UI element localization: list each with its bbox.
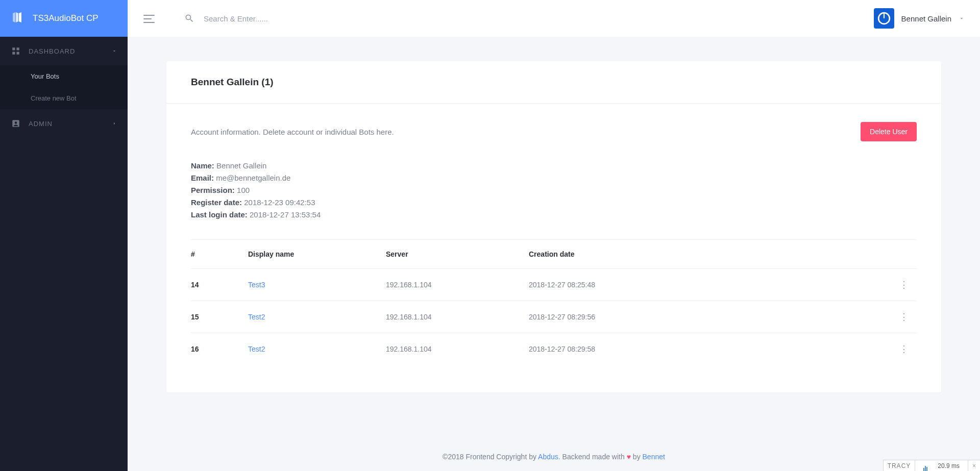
topbar: Bennet Gallein	[128, 0, 980, 37]
avatar	[874, 8, 894, 29]
sidebar-item-dashboard[interactable]: DASHBOARD	[0, 37, 128, 65]
row-menu-icon[interactable]: ⋮	[897, 344, 911, 354]
main-content: Bennet Gallein (1) Account information. …	[128, 37, 980, 471]
cell-server: 192.168.1.104	[380, 333, 523, 365]
footer: ©2018 Frontend Copyright by Abdus. Backe…	[128, 442, 980, 471]
svg-rect-2	[12, 52, 15, 55]
tracy-time[interactable]: 20.9 ms	[915, 460, 968, 471]
svg-rect-0	[12, 47, 15, 50]
svg-point-5	[15, 121, 17, 124]
cell-name: Test2	[242, 333, 380, 365]
col-server: Server	[380, 240, 523, 269]
cell-name: Test3	[242, 269, 380, 301]
menu-toggle[interactable]	[143, 12, 156, 24]
sidebar-item-label: ADMIN	[29, 120, 53, 128]
table-row: 15Test2192.168.1.1042018-12-27 08:29:56⋮	[191, 301, 917, 333]
bot-link[interactable]: Test3	[248, 281, 265, 289]
brand-bar[interactable]: TS3AudioBot CP	[0, 0, 128, 37]
logo-icon	[11, 11, 23, 26]
row-menu-icon[interactable]: ⋮	[897, 280, 911, 290]
table-row: 14Test3192.168.1.1042018-12-27 08:25:48⋮	[191, 269, 917, 301]
tracy-close[interactable]: ×	[968, 460, 980, 471]
footer-link-bennet[interactable]: Bennet	[643, 453, 665, 461]
cell-id: 14	[191, 269, 242, 301]
col-id: #	[191, 240, 242, 269]
cell-name: Test2	[242, 301, 380, 333]
bot-link[interactable]: Test2	[248, 345, 265, 353]
bars-icon	[919, 460, 932, 471]
card: Bennet Gallein (1) Account information. …	[166, 61, 941, 392]
account-info: Name: Bennet Gallein Email: me@bennetgal…	[191, 160, 917, 221]
search-input[interactable]	[204, 14, 357, 23]
tracy-label: TRACY	[884, 460, 916, 471]
col-date: Creation date	[523, 240, 891, 269]
heart-icon: ♥	[627, 453, 631, 461]
footer-link-abdus[interactable]: Abdus	[538, 453, 558, 461]
sidebar-item-your-bots[interactable]: Your Bots	[0, 65, 128, 87]
chevron-down-icon	[111, 48, 117, 54]
cell-date: 2018-12-27 08:29:56	[523, 301, 891, 333]
bot-link[interactable]: Test2	[248, 313, 265, 321]
col-name: Display name	[242, 240, 380, 269]
table-row: 16Test2192.168.1.1042018-12-27 08:29:58⋮	[191, 333, 917, 365]
bots-table: # Display name Server Creation date 14Te…	[191, 239, 917, 365]
caret-down-icon	[959, 15, 965, 21]
search-icon	[184, 13, 194, 23]
cell-id: 15	[191, 301, 242, 333]
person-box-icon	[11, 119, 20, 128]
cell-date: 2018-12-27 08:29:58	[523, 333, 891, 365]
sidebar-item-create-bot[interactable]: Create new Bot	[0, 87, 128, 109]
brand-title: TS3AudioBot CP	[33, 13, 99, 23]
tracy-bar[interactable]: TRACY 20.9 ms ×	[883, 460, 980, 471]
user-name: Bennet Gallein	[901, 14, 951, 23]
row-menu-icon[interactable]: ⋮	[897, 312, 911, 322]
delete-user-button[interactable]: Delete User	[861, 122, 917, 141]
sidebar-item-label: DASHBOARD	[29, 47, 75, 55]
svg-rect-1	[17, 47, 19, 50]
cell-date: 2018-12-27 08:25:48	[523, 269, 891, 301]
grid-icon	[11, 46, 20, 56]
sidebar-item-admin[interactable]: ADMIN	[0, 109, 128, 138]
sidebar: TS3AudioBot CP DASHBOARD Your Bots Creat…	[0, 0, 128, 471]
chevron-right-icon	[111, 120, 117, 127]
page-subtitle: Account information. Delete account or i…	[191, 128, 394, 136]
svg-rect-3	[17, 52, 19, 55]
user-menu[interactable]: Bennet Gallein	[874, 8, 965, 29]
cell-server: 192.168.1.104	[380, 269, 523, 301]
cell-id: 16	[191, 333, 242, 365]
svg-rect-7	[884, 13, 885, 18]
power-icon	[877, 12, 891, 25]
page-title: Bennet Gallein (1)	[166, 61, 941, 104]
cell-server: 192.168.1.104	[380, 301, 523, 333]
